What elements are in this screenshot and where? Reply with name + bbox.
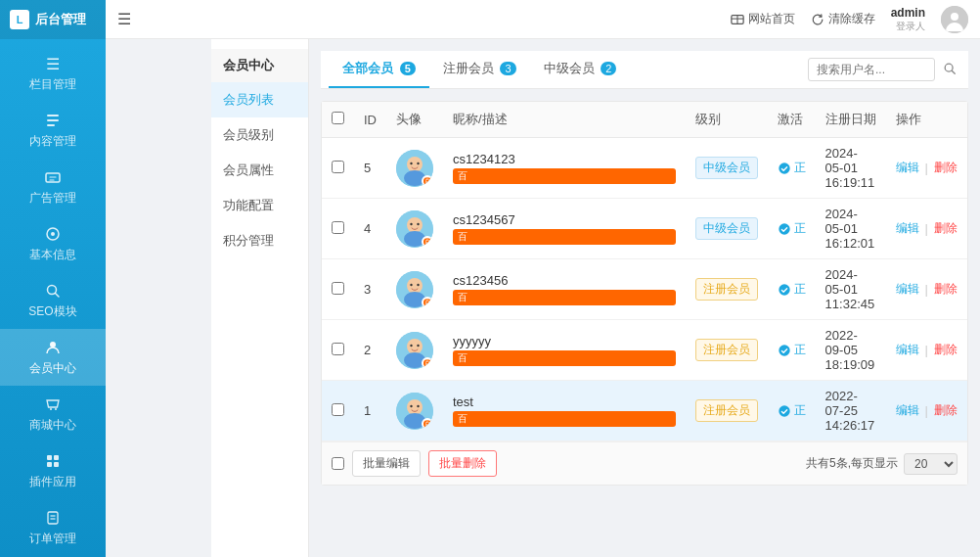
actions-group: 编辑 | 删除 bbox=[896, 281, 958, 298]
search-input[interactable] bbox=[808, 58, 935, 81]
row-id: 5 bbox=[354, 138, 386, 199]
sidebar-item-order[interactable]: 订单管理 bbox=[0, 499, 106, 556]
row-avatar-cell: 百 bbox=[386, 259, 443, 320]
delete-button[interactable]: 删除 bbox=[934, 342, 958, 358]
tab-all[interactable]: 全部会员 5 bbox=[329, 51, 429, 88]
col-id: ID bbox=[354, 102, 386, 138]
hamburger-button[interactable]: ☰ bbox=[117, 10, 131, 28]
row-actions: 编辑 | 删除 bbox=[886, 138, 967, 199]
footer-checkbox[interactable] bbox=[332, 457, 344, 470]
member-badge: 百 bbox=[453, 229, 676, 245]
tab-registered-count: 3 bbox=[500, 62, 515, 75]
sub-sidebar: 会员中心 会员列表 会员级别 会员属性 功能配置 积分管理 bbox=[211, 39, 309, 557]
row-checkbox[interactable] bbox=[332, 221, 344, 234]
name-with-badge: cs1234567 百 bbox=[453, 212, 676, 245]
row-active: 正 bbox=[768, 138, 816, 199]
logo: L 后台管理 bbox=[0, 0, 106, 39]
row-actions: 编辑 | 删除 bbox=[886, 259, 967, 320]
svg-point-31 bbox=[951, 13, 958, 21]
svg-point-55 bbox=[410, 344, 412, 346]
table-row: 5 百 cs1234123 百 中级会员 bbox=[322, 138, 967, 199]
svg-point-62 bbox=[417, 404, 419, 406]
edit-button[interactable]: 编辑 bbox=[896, 342, 919, 358]
row-checkbox-cell bbox=[322, 259, 354, 320]
name-with-badge: yyyyyy 百 bbox=[453, 334, 676, 366]
sidebar-item-label-seo: SEO模块 bbox=[28, 303, 76, 320]
user-role: 登录人 bbox=[896, 20, 925, 33]
tab-middle[interactable]: 中级会员 2 bbox=[530, 51, 631, 88]
svg-point-53 bbox=[407, 339, 423, 354]
row-level: 注册会员 bbox=[686, 320, 768, 381]
sub-sidebar-item-list[interactable]: 会员列表 bbox=[211, 82, 308, 117]
tab-all-count: 5 bbox=[400, 62, 416, 75]
row-active: 正 bbox=[768, 320, 816, 381]
batch-delete-button[interactable]: 批量删除 bbox=[428, 450, 497, 477]
edit-button[interactable]: 编辑 bbox=[896, 220, 919, 237]
footer-right: 共有5条,每页显示 20 50 100 bbox=[806, 453, 958, 475]
svg-point-49 bbox=[410, 283, 412, 285]
col-active: 激活 bbox=[768, 102, 816, 138]
avatar[interactable] bbox=[941, 6, 968, 33]
sub-sidebar-item-func[interactable]: 功能配置 bbox=[211, 188, 308, 223]
row-checkbox-cell bbox=[322, 381, 354, 441]
sidebar-item-label-shop: 商城中心 bbox=[29, 417, 76, 434]
website-link[interactable]: 网站首页 bbox=[731, 11, 795, 27]
edit-button[interactable]: 编辑 bbox=[896, 281, 919, 298]
row-checkbox[interactable] bbox=[332, 403, 344, 416]
delete-button[interactable]: 删除 bbox=[934, 220, 958, 237]
row-checkbox[interactable] bbox=[332, 343, 344, 355]
tab-registered[interactable]: 注册会员 3 bbox=[429, 51, 530, 88]
sub-sidebar-item-attr[interactable]: 会员属性 bbox=[211, 153, 308, 188]
sidebar-item-column[interactable]: ☰ 栏目管理 bbox=[0, 45, 106, 102]
tab-all-label: 全部会员 bbox=[342, 61, 393, 75]
svg-point-50 bbox=[417, 283, 419, 285]
svg-point-63 bbox=[779, 405, 789, 416]
logo-icon: L bbox=[10, 10, 29, 29]
member-name: cs1234567 bbox=[453, 212, 676, 227]
svg-point-35 bbox=[407, 157, 423, 172]
sidebar-item-shop[interactable]: 商城中心 bbox=[0, 386, 106, 442]
edit-button[interactable]: 编辑 bbox=[896, 402, 919, 419]
per-page-select[interactable]: 20 50 100 bbox=[904, 453, 958, 475]
row-name-cell: cs1234567 百 bbox=[443, 199, 686, 259]
row-name-cell: yyyyyy 百 bbox=[443, 320, 686, 381]
svg-point-51 bbox=[779, 284, 789, 295]
sidebar-item-content[interactable]: 内容管理 bbox=[0, 102, 106, 159]
row-checkbox[interactable] bbox=[332, 282, 344, 295]
clear-cache-button[interactable]: 清除缓存 bbox=[811, 11, 875, 27]
col-level: 级别 bbox=[686, 102, 768, 138]
sidebar-item-member[interactable]: 会员中心 bbox=[0, 329, 106, 386]
level-badge: 中级会员 bbox=[695, 157, 758, 179]
level-badge: 注册会员 bbox=[695, 399, 758, 422]
batch-edit-button[interactable]: 批量编辑 bbox=[352, 450, 421, 477]
sidebar-item-label-content: 内容管理 bbox=[29, 133, 76, 150]
sidebar-item-basic[interactable]: 基本信息 bbox=[0, 215, 106, 272]
delete-button[interactable]: 删除 bbox=[934, 160, 958, 176]
online-badge: 百 bbox=[422, 175, 433, 187]
member-avatar: 百 bbox=[396, 393, 433, 430]
select-all-checkbox[interactable] bbox=[332, 112, 344, 124]
sidebar-item-plugin[interactable]: 插件应用 bbox=[0, 442, 106, 499]
row-date: 2024-05-01 16:12:01 bbox=[816, 199, 886, 259]
search-icon bbox=[943, 62, 957, 75]
sub-sidebar-item-points[interactable]: 积分管理 bbox=[211, 223, 308, 258]
svg-rect-0 bbox=[47, 115, 59, 116]
row-checkbox[interactable] bbox=[332, 161, 344, 173]
sub-sidebar-title: 会员中心 bbox=[211, 49, 308, 82]
level-badge: 注册会员 bbox=[695, 339, 758, 361]
search-button[interactable] bbox=[939, 60, 960, 80]
sub-sidebar-item-level[interactable]: 会员级别 bbox=[211, 117, 308, 153]
delete-button[interactable]: 删除 bbox=[934, 402, 958, 419]
svg-point-41 bbox=[407, 217, 423, 233]
tab-registered-label: 注册会员 bbox=[443, 61, 494, 75]
svg-point-10 bbox=[55, 408, 57, 410]
clear-cache-label: 清除缓存 bbox=[828, 11, 875, 27]
row-active: 正 bbox=[768, 381, 816, 441]
sidebar-item-ad[interactable]: 广告管理 bbox=[0, 159, 106, 215]
sidebar-item-seo[interactable]: SEO模块 bbox=[0, 272, 106, 329]
row-active: 正 bbox=[768, 259, 816, 320]
action-separator: | bbox=[925, 343, 928, 357]
edit-button[interactable]: 编辑 bbox=[896, 160, 919, 176]
active-text: 正 bbox=[794, 342, 806, 358]
delete-button[interactable]: 删除 bbox=[934, 281, 958, 298]
